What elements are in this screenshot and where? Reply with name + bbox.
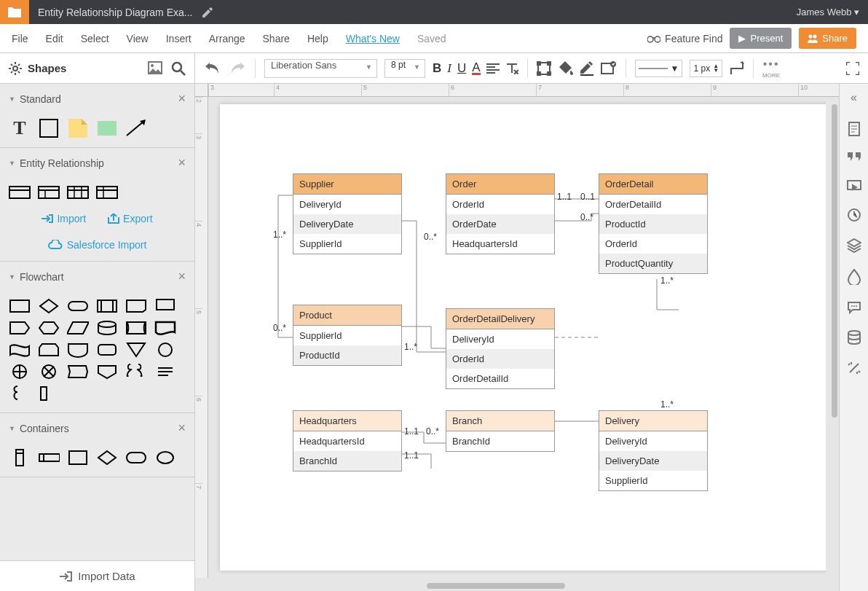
border-color-icon[interactable] (580, 61, 593, 76)
import-link[interactable]: Import (42, 213, 86, 224)
close-icon[interactable]: × (178, 420, 186, 436)
align-icon[interactable] (486, 63, 500, 74)
block-shape[interactable] (96, 120, 118, 137)
note-shape[interactable] (67, 120, 89, 137)
panel-header-flowchart[interactable]: Flowchart× (0, 262, 194, 291)
rect-shape[interactable] (38, 120, 60, 137)
menu-share[interactable]: Share (254, 33, 299, 44)
arrow-shape[interactable] (125, 120, 147, 137)
underline-button[interactable]: U (457, 61, 466, 76)
present-button[interactable]: ▶ Present (730, 28, 792, 49)
flowchart-shape[interactable] (154, 341, 176, 359)
font-color-button[interactable]: A (472, 62, 480, 75)
user-menu[interactable]: James Webb ▾ (788, 7, 868, 17)
font-select[interactable]: Liberation Sans (264, 59, 377, 78)
er-shape-3[interactable] (67, 184, 89, 201)
feature-find[interactable]: Feature Find (647, 33, 722, 44)
canvas[interactable]: Supplier DeliveryId DeliveryDate Supplie… (208, 97, 826, 578)
image-icon[interactable] (148, 61, 162, 74)
flowchart-shape[interactable] (38, 341, 60, 359)
flowchart-shape[interactable] (125, 363, 147, 380)
flowchart-shape[interactable] (154, 319, 176, 337)
gear-icon[interactable] (9, 62, 22, 75)
search-icon[interactable] (171, 61, 186, 76)
entity-product[interactable]: Product SupplierId ProductId (293, 305, 402, 366)
flowchart-shape[interactable] (96, 297, 118, 315)
flowchart-shape[interactable] (67, 363, 89, 380)
history-icon[interactable] (847, 208, 861, 222)
panel-header-er[interactable]: Entity Relationship× (0, 148, 194, 178)
flowchart-shape[interactable] (9, 319, 31, 337)
entity-order-detail-delivery[interactable]: OrderDetailDelivery DeliveryId OrderId O… (446, 308, 555, 389)
fill-bucket-icon[interactable] (559, 61, 573, 76)
flowchart-shape[interactable] (38, 297, 60, 315)
panel-header-containers[interactable]: Containers× (0, 413, 194, 443)
font-size-select[interactable]: 8 pt (384, 59, 425, 78)
connector-icon[interactable] (730, 61, 744, 76)
container-shape[interactable] (154, 449, 176, 466)
folder-icon[interactable] (0, 0, 29, 24)
entity-order-detail[interactable]: OrderDetail OrderDetailId ProductId Orde… (599, 173, 708, 274)
more-button[interactable]: •••MORE (762, 58, 780, 79)
close-icon[interactable]: × (178, 91, 186, 106)
flowchart-shape[interactable] (67, 319, 89, 337)
container-shape[interactable] (96, 449, 118, 466)
panel-header-standard[interactable]: Standard× (0, 84, 194, 114)
er-shape-1[interactable] (9, 184, 31, 201)
flowchart-shape[interactable] (67, 341, 89, 359)
share-button[interactable]: Share (799, 28, 856, 49)
line-weight-select[interactable]: 1 px▲▼ (690, 60, 722, 77)
container-shape[interactable] (38, 449, 60, 466)
container-shape[interactable] (125, 449, 147, 466)
flowchart-shape[interactable] (125, 297, 147, 315)
menu-view[interactable]: View (118, 33, 157, 44)
import-data-button[interactable]: Import Data (0, 560, 194, 591)
theme-icon[interactable] (848, 269, 861, 285)
edit-icon[interactable] (202, 7, 213, 17)
flowchart-shape[interactable] (154, 297, 176, 315)
close-icon[interactable]: × (178, 155, 186, 171)
flowchart-shape[interactable] (154, 363, 176, 380)
data-icon[interactable] (847, 330, 861, 345)
flowchart-shape[interactable] (125, 319, 147, 337)
entity-order[interactable]: Order OrderId OrderDate HeadquartersId (446, 173, 555, 254)
shape-style-icon[interactable] (601, 61, 617, 76)
menu-select[interactable]: Select (72, 33, 118, 44)
container-shape[interactable] (9, 449, 31, 466)
flowchart-shape[interactable] (96, 341, 118, 359)
page-settings-icon[interactable] (848, 122, 861, 136)
doc-title[interactable]: Entity Relationship Diagram Exa... (29, 7, 788, 18)
undo-button[interactable] (204, 60, 221, 77)
entity-headquarters[interactable]: Headquarters HeadquartersId BranchId (293, 410, 402, 471)
flowchart-shape[interactable] (38, 363, 60, 380)
entity-delivery[interactable]: Delivery DeliveryId DeliveryDate Supplie… (599, 410, 708, 491)
presentation-icon[interactable] (847, 179, 861, 192)
close-icon[interactable]: × (178, 269, 186, 284)
er-shape-2[interactable] (38, 184, 60, 201)
italic-button[interactable]: I (447, 61, 451, 76)
flowchart-shape[interactable] (67, 297, 89, 315)
layers-icon[interactable] (847, 238, 861, 253)
clear-format-icon[interactable] (505, 63, 518, 74)
vertical-scrollbar[interactable] (829, 97, 839, 565)
menu-insert[interactable]: Insert (157, 33, 200, 44)
container-shape[interactable] (67, 449, 89, 466)
bold-button[interactable]: B (433, 61, 441, 76)
redo-button[interactable] (229, 60, 246, 77)
flowchart-shape[interactable] (9, 297, 31, 315)
flowchart-shape[interactable] (96, 319, 118, 337)
menu-arrange[interactable]: Arrange (200, 33, 254, 44)
quote-icon[interactable] (848, 152, 861, 163)
horizontal-scrollbar[interactable] (208, 581, 826, 591)
export-link[interactable]: Export (108, 213, 152, 224)
flowchart-shape[interactable] (96, 363, 118, 380)
fullscreen-icon[interactable] (846, 62, 859, 75)
flowchart-shape[interactable] (38, 319, 60, 337)
shape-fill-icon[interactable] (537, 61, 551, 76)
er-shape-4[interactable] (96, 184, 118, 201)
menu-whats-new[interactable]: What's New (337, 33, 409, 44)
flowchart-shape[interactable] (38, 385, 60, 402)
entity-supplier[interactable]: Supplier DeliveryId DeliveryDate Supplie… (293, 173, 402, 254)
menu-edit[interactable]: Edit (37, 33, 72, 44)
comments-icon[interactable] (847, 301, 861, 314)
